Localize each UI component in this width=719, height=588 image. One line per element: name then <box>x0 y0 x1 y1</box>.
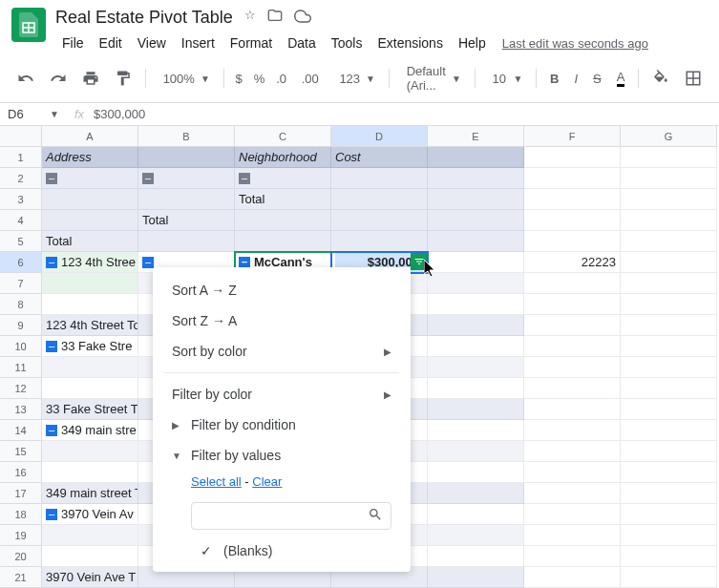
filter-button[interactable] <box>411 253 428 270</box>
col-header-c[interactable]: C <box>235 126 331 147</box>
pivot-header[interactable]: Address <box>42 147 138 168</box>
borders-button[interactable] <box>679 66 708 91</box>
print-button[interactable] <box>76 66 105 91</box>
row-header[interactable]: 7 <box>0 273 42 294</box>
redo-button[interactable] <box>44 66 73 91</box>
formula-bar[interactable]: $300,000 <box>94 107 145 121</box>
collapse-icon[interactable]: – <box>239 257 250 268</box>
menu-edit[interactable]: Edit <box>93 32 129 54</box>
dec-increase-button[interactable]: .00 <box>298 72 327 86</box>
menu-view[interactable]: View <box>131 32 173 54</box>
collapse-icon[interactable]: – <box>46 425 57 436</box>
collapse-icon[interactable]: – <box>46 173 57 184</box>
total-label[interactable]: Total <box>42 231 138 252</box>
filter-search-input[interactable] <box>200 509 368 523</box>
col-header-f[interactable]: F <box>524 126 621 147</box>
filter-search-box[interactable] <box>191 502 391 530</box>
menu-data[interactable]: Data <box>281 32 323 54</box>
row-header[interactable]: 11 <box>0 357 42 378</box>
row-header[interactable]: 9 <box>0 315 42 336</box>
dec-decrease-button[interactable]: .0 <box>272 72 293 86</box>
menu-extensions[interactable]: Extensions <box>370 32 449 54</box>
filter-by-condition[interactable]: ▶Filter by condition <box>153 410 411 440</box>
namebox-dropdown-icon[interactable]: ▼ <box>50 109 65 119</box>
col-header-a[interactable]: A <box>42 126 138 147</box>
total-label[interactable]: Total <box>138 210 235 231</box>
text-color-button[interactable]: A <box>611 66 631 91</box>
doc-title[interactable]: Real Estate Pivot Table <box>55 8 233 28</box>
pivot-row[interactable]: –123 4th Stree <box>42 252 138 273</box>
clear-link[interactable]: Clear <box>252 474 282 489</box>
total-label[interactable]: Total <box>235 189 331 210</box>
menu-help[interactable]: Help <box>452 32 493 54</box>
row-header[interactable]: 1 <box>0 147 42 168</box>
italic-button[interactable]: I <box>568 68 583 90</box>
row-header[interactable]: 3 <box>0 189 42 210</box>
pivot-subtotal[interactable]: 123 4th Street To <box>42 315 138 336</box>
pivot-subtotal[interactable]: 349 main street T <box>42 483 138 504</box>
row-header[interactable]: 10 <box>0 336 42 357</box>
sheets-logo[interactable] <box>11 8 46 42</box>
font-size-dropdown[interactable]: 10▼ <box>482 68 528 90</box>
font-dropdown[interactable]: Default (Ari...▼ <box>397 60 467 96</box>
pivot-subtotal[interactable]: 3970 Vein Ave T <box>42 567 138 588</box>
menu-format[interactable]: Format <box>223 32 279 54</box>
last-edit-link[interactable]: Last edit was seconds ago <box>502 36 648 51</box>
sort-az[interactable]: Sort A → Z <box>153 275 411 305</box>
zoom-dropdown[interactable]: 100%▼ <box>154 68 216 90</box>
pivot-header[interactable] <box>428 147 524 168</box>
row-header[interactable]: 5 <box>0 231 42 252</box>
cloud-icon[interactable] <box>294 8 311 28</box>
col-header-g[interactable]: G <box>621 126 717 147</box>
pivot-header[interactable]: Cost <box>331 147 428 168</box>
move-icon[interactable] <box>267 8 283 28</box>
sort-by-color[interactable]: Sort by color▶ <box>153 336 411 367</box>
row-header[interactable]: 19 <box>0 525 42 546</box>
pivot-header[interactable]: Neighborhood <box>235 147 331 168</box>
more-formats-dropdown[interactable]: 123▼ <box>329 68 381 90</box>
sort-za[interactable]: Sort Z → A <box>153 305 411 336</box>
row-header[interactable]: 17 <box>0 483 42 504</box>
collapse-icon[interactable]: – <box>46 509 57 520</box>
strike-button[interactable]: S <box>587 68 607 90</box>
pivot-header[interactable] <box>138 147 235 168</box>
row-header[interactable]: 18 <box>0 504 42 525</box>
row-header[interactable]: 8 <box>0 294 42 315</box>
collapse-icon[interactable]: – <box>142 257 154 268</box>
col-header-e[interactable]: E <box>428 126 524 147</box>
row-header[interactable]: 20 <box>0 546 42 567</box>
star-icon[interactable]: ☆ <box>244 8 256 28</box>
collapse-icon[interactable]: – <box>142 173 154 184</box>
row-header[interactable]: 6 <box>0 252 42 273</box>
paint-format-button[interactable] <box>109 66 137 91</box>
name-box[interactable]: D6 <box>0 107 50 121</box>
filter-by-color[interactable]: Filter by color▶ <box>153 379 411 410</box>
row-header[interactable]: 4 <box>0 210 42 231</box>
collapse-icon[interactable]: – <box>46 341 57 352</box>
select-all-link[interactable]: Select all <box>191 474 242 489</box>
row-header[interactable]: 15 <box>0 441 42 462</box>
pivot-subtotal[interactable]: 33 Fake Street T <box>42 399 138 420</box>
row-header[interactable]: 12 <box>0 378 42 399</box>
col-header-b[interactable]: B <box>138 126 235 147</box>
row-header[interactable]: 16 <box>0 462 42 483</box>
collapse-icon[interactable]: – <box>239 173 250 184</box>
collapse-icon[interactable]: – <box>46 257 57 268</box>
col-header-d[interactable]: D <box>331 126 428 147</box>
menu-insert[interactable]: Insert <box>175 32 222 54</box>
cell[interactable]: 22223 <box>524 252 621 273</box>
row-header[interactable]: 2 <box>0 168 42 189</box>
row-header[interactable]: 13 <box>0 399 42 420</box>
percent-button[interactable]: % <box>250 72 269 86</box>
currency-button[interactable]: $ <box>231 72 245 86</box>
fill-color-button[interactable] <box>646 66 675 91</box>
bold-button[interactable]: B <box>544 68 564 90</box>
select-all-corner[interactable] <box>0 126 42 147</box>
row-header[interactable]: 21 <box>0 567 42 588</box>
menu-tools[interactable]: Tools <box>325 32 370 54</box>
menu-file[interactable]: File <box>55 32 91 54</box>
filter-by-values[interactable]: ▼Filter by values <box>153 440 411 471</box>
filter-value-blanks[interactable]: ✓(Blanks) <box>153 537 411 564</box>
undo-button[interactable] <box>11 66 40 91</box>
row-header[interactable]: 14 <box>0 420 42 441</box>
